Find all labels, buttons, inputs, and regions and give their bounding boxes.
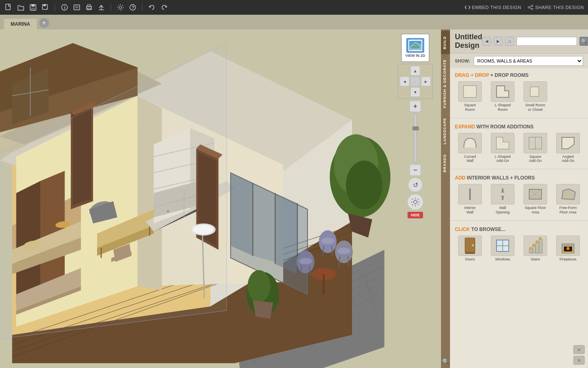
- nav-down-button[interactable]: ▼: [410, 87, 420, 97]
- svg-rect-135: [529, 137, 541, 149]
- redo-icon[interactable]: [160, 3, 169, 12]
- svg-point-108: [321, 238, 334, 244]
- add-tab-button[interactable]: +: [39, 18, 49, 28]
- export-icon[interactable]: [97, 3, 106, 12]
- l-shaped-room-label: L-ShapedRoom: [494, 103, 510, 112]
- svg-line-23: [530, 6, 531, 7]
- svg-text:i: i: [64, 5, 65, 10]
- panel-back-button[interactable]: ◄: [482, 37, 491, 46]
- zoom-out-button[interactable]: −: [410, 164, 421, 176]
- panel-home-button[interactable]: ⌂: [505, 37, 514, 46]
- svg-rect-152: [529, 249, 532, 253]
- panel-forward-button[interactable]: ►: [494, 37, 503, 46]
- undo-icon[interactable]: [147, 3, 156, 12]
- share-button[interactable]: SHARE THIS DESIGN: [528, 4, 584, 10]
- expand-rooms-title: EXPAND WITH ROOM ADDITIONS: [455, 124, 583, 130]
- info-icon[interactable]: i: [60, 3, 69, 12]
- item-curved-wall[interactable]: CurvedWall: [455, 133, 485, 164]
- svg-text:?: ?: [132, 5, 135, 10]
- item-freeform-floor[interactable]: Free-FormFloor Area: [553, 184, 583, 215]
- active-tab[interactable]: MARINA: [4, 19, 37, 29]
- angled-addon-icon: [556, 133, 580, 153]
- divider-1: [450, 118, 588, 118]
- svg-point-21: [528, 7, 530, 8]
- item-doors[interactable]: Doors: [455, 236, 485, 262]
- tab-landscape[interactable]: LANDSCAPE: [441, 113, 450, 149]
- separator-1: [55, 3, 55, 11]
- angled-addon-label: AngledAdd-On: [561, 155, 574, 164]
- panel-search-input[interactable]: [517, 37, 577, 46]
- collapse-up-button[interactable]: «: [573, 345, 585, 354]
- svg-rect-155: [539, 239, 542, 253]
- tab-brands[interactable]: BRANDS: [441, 149, 450, 177]
- item-square-floor[interactable]: Square FloorArea: [520, 184, 550, 215]
- item-small-room[interactable]: Small Roomor Closet: [520, 81, 550, 112]
- svg-point-112: [337, 248, 350, 254]
- item-l-shaped-addon[interactable]: L-ShapedAdd-On: [488, 133, 518, 164]
- print-icon[interactable]: [85, 3, 94, 12]
- item-windows[interactable]: Windows: [488, 236, 518, 262]
- drag-rooms-title: DRAG + DROP + DROP ROOMS: [455, 72, 583, 78]
- embed-button[interactable]: EMBED THIS DESIGN: [465, 4, 521, 10]
- svg-point-157: [532, 244, 535, 246]
- interior-wall-icon: [458, 184, 482, 204]
- svg-point-20: [531, 5, 533, 7]
- new-icon[interactable]: [4, 3, 13, 12]
- item-l-shaped-room[interactable]: L-ShapedRoom: [488, 81, 518, 112]
- tab-build[interactable]: BUILD: [441, 31, 450, 54]
- zoom-thumb: [412, 126, 419, 130]
- zoom-in-button[interactable]: +: [410, 101, 421, 112]
- panel-search-button[interactable]: 🔍: [579, 37, 588, 46]
- saveas-icon[interactable]: +: [41, 3, 50, 12]
- svg-point-163: [563, 251, 565, 254]
- square-addon-icon: [523, 133, 547, 153]
- fireplaces-icon: [556, 236, 580, 256]
- doors-label: Doors: [465, 257, 475, 262]
- interior-walls-grid: InteriorWall WallOpening: [455, 184, 583, 215]
- item-square-room[interactable]: SquareRoom: [455, 81, 485, 112]
- view-2d-button[interactable]: VIEW IN 2D: [401, 34, 430, 62]
- view-2d-label: VIEW IN 2D: [405, 54, 425, 58]
- nav-left-button[interactable]: ◄: [400, 76, 410, 86]
- collapse-down-button[interactable]: »: [573, 356, 585, 365]
- nav-up-button[interactable]: ▲: [410, 66, 420, 76]
- panel-content: Untitled Design ◄ ► ⌂ 🔍 ℹ ✕ SHOW: ROOMS,…: [450, 29, 588, 368]
- svg-point-151: [502, 245, 504, 247]
- tabbar: MARINA +: [0, 15, 588, 29]
- hide-button[interactable]: HIDE: [408, 212, 423, 218]
- settings-overlay-button[interactable]: [407, 194, 423, 210]
- zoom-slider[interactable]: [414, 114, 417, 163]
- stairs-icon: [523, 236, 547, 256]
- canvas-area[interactable]: VIEW IN 2D ▲ ◄ · ► ▼ + −: [0, 29, 441, 368]
- svg-rect-162: [562, 244, 574, 245]
- show-select[interactable]: ROOMS, WALLS & AREAS: [474, 56, 583, 66]
- reset-view-button[interactable]: ↺: [408, 177, 423, 192]
- toolbar-right: EMBED THIS DESIGN SHARE THIS DESIGN: [465, 4, 584, 10]
- small-room-label: Small Roomor Closet: [525, 103, 545, 112]
- open-icon[interactable]: [16, 3, 25, 12]
- settings-icon[interactable]: [116, 3, 125, 12]
- item-square-addon[interactable]: SquareAdd-On: [520, 133, 550, 164]
- save-icon[interactable]: [29, 3, 38, 12]
- item-interior-wall[interactable]: InteriorWall: [455, 184, 485, 215]
- main-layout: VIEW IN 2D ▲ ◄ · ► ▼ + −: [0, 29, 588, 368]
- nav-center-button[interactable]: ·: [410, 76, 420, 86]
- item-stairs[interactable]: Stairs: [520, 236, 550, 262]
- windows-label: Windows: [495, 257, 510, 262]
- svg-marker-94: [231, 173, 253, 256]
- nav-right-button[interactable]: ►: [421, 76, 431, 86]
- svg-rect-131: [464, 86, 476, 97]
- item-angled-addon[interactable]: AngledAdd-On: [553, 133, 583, 164]
- search-tab-button[interactable]: 🔍: [442, 355, 449, 368]
- windows-icon: [491, 236, 514, 256]
- panel-header: Untitled Design ◄ ► ⌂ 🔍 ℹ ✕: [450, 29, 588, 54]
- item-wall-opening[interactable]: WallOpening: [488, 184, 518, 215]
- browse-section: CLICK TO BROWSE...: [450, 222, 588, 266]
- help-icon[interactable]: ?: [128, 3, 137, 12]
- svg-point-164: [571, 251, 573, 254]
- tab-furnish[interactable]: FURNISH & DECORATE: [441, 54, 450, 113]
- zoom-controls: + −: [410, 101, 421, 176]
- item-fireplaces[interactable]: Fireplaces: [553, 236, 583, 262]
- list-icon[interactable]: [72, 3, 81, 12]
- freeform-floor-label: Free-FormFloor Area: [559, 206, 577, 215]
